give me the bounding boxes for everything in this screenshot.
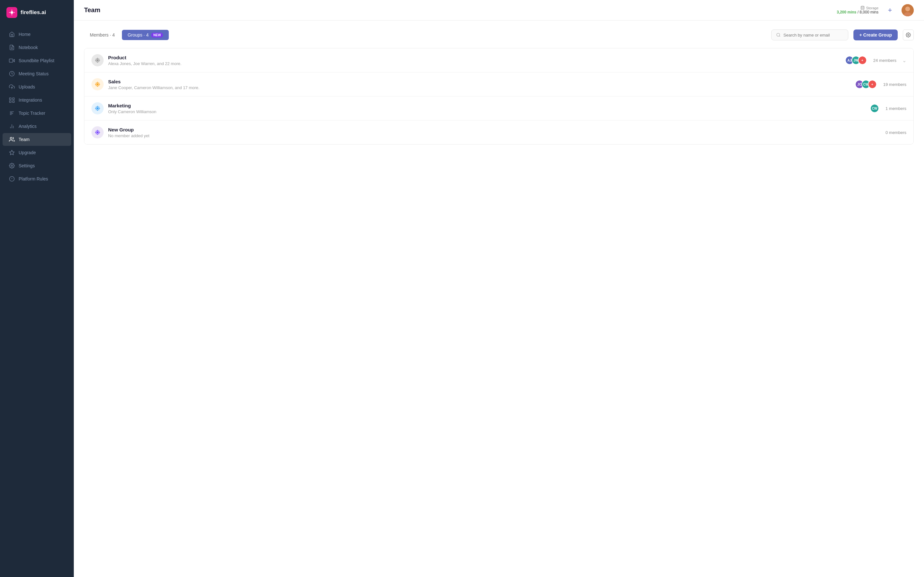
svg-point-59 [97, 130, 98, 131]
group-row-product[interactable]: Product Alexa Jones, Joe Warren, and 22 … [84, 48, 913, 73]
svg-point-50 [97, 106, 98, 107]
sidebar-item-platform-rules[interactable]: Platform Rules [3, 172, 71, 185]
svg-point-43 [95, 84, 96, 85]
svg-point-66 [99, 133, 99, 134]
page-title: Team [84, 6, 837, 14]
new-badge: NEW [151, 33, 163, 37]
group-icon-sales [91, 78, 103, 90]
gear-icon [906, 32, 911, 37]
svg-rect-9 [13, 101, 14, 102]
svg-point-56 [95, 109, 97, 110]
member-count: 19 members [883, 82, 906, 87]
tab-members[interactable]: Members · 4 [84, 30, 121, 40]
sidebar-nav: Home Notebook Soundbite Playlist Meeting… [0, 25, 74, 577]
group-right: AJJW+ 24 members ⌄ [845, 56, 906, 65]
member-avatar: + [868, 80, 877, 89]
member-avatars: CW [870, 104, 879, 113]
svg-rect-8 [13, 98, 14, 99]
group-info: Sales Jane Cooper, Cameron Williamson, a… [108, 79, 855, 90]
avatar-image [901, 4, 914, 16]
sidebar-item-team[interactable]: Team [3, 133, 71, 146]
svg-point-39 [99, 61, 99, 62]
member-avatars: JCCW+ [855, 80, 877, 89]
search-icon [776, 32, 780, 37]
group-icon-new-group [91, 126, 103, 139]
sidebar-item-uploads-label: Uploads [19, 84, 35, 89]
svg-point-63 [95, 131, 97, 131]
sidebar-item-analytics-label: Analytics [19, 124, 37, 129]
member-avatar: + [858, 56, 867, 65]
sidebar-item-upgrade[interactable]: Upgrade [3, 146, 71, 159]
svg-point-53 [99, 108, 100, 109]
sidebar-item-notebook[interactable]: Notebook [3, 41, 71, 54]
svg-marker-19 [10, 150, 15, 155]
search-box[interactable] [771, 29, 848, 40]
svg-point-36 [95, 58, 97, 59]
sidebar-item-soundbite[interactable]: Soundbite Playlist [3, 54, 71, 67]
group-right: 0 members [882, 130, 906, 135]
tab-groups[interactable]: Groups · 4 NEW [122, 30, 169, 40]
svg-point-65 [95, 133, 97, 134]
svg-point-57 [99, 109, 99, 110]
group-icon-marketing [91, 102, 103, 114]
sidebar-item-settings[interactable]: Settings [3, 159, 71, 172]
group-row-marketing[interactable]: Marketing Only Cameron Williamson CW 1 m… [84, 97, 913, 121]
storage-text: Storage [866, 6, 879, 10]
svg-point-62 [99, 132, 100, 133]
member-count: 1 members [885, 106, 906, 111]
sidebar-item-home[interactable]: Home [3, 28, 71, 41]
svg-rect-4 [9, 59, 13, 63]
groups-list: Product Alexa Jones, Joe Warren, and 22 … [84, 48, 914, 145]
svg-line-29 [779, 36, 780, 37]
storage-total: 8,000 mins [859, 10, 879, 15]
svg-point-18 [10, 137, 12, 139]
svg-point-20 [11, 165, 13, 167]
sidebar-item-topic-tracker[interactable]: Topic Tracker [3, 107, 71, 119]
group-members-description: No member added yet [108, 133, 882, 138]
svg-point-48 [99, 85, 99, 86]
svg-point-45 [95, 82, 97, 83]
sidebar: fireflies.ai Home Notebook Soundbite Pla… [0, 0, 74, 577]
group-info: New Group No member added yet [108, 127, 882, 138]
search-input[interactable] [783, 33, 844, 37]
sidebar-item-soundbite-label: Soundbite Playlist [19, 58, 54, 63]
sidebar-item-settings-label: Settings [19, 163, 35, 168]
sidebar-item-meeting-status[interactable]: Meeting Status [3, 67, 71, 80]
svg-point-37 [99, 58, 99, 59]
sidebar-item-integrations[interactable]: Integrations [3, 93, 71, 106]
group-row-new-group[interactable]: New Group No member added yet 0 members [84, 121, 913, 144]
group-name: New Group [108, 127, 882, 132]
group-members-description: Alexa Jones, Joe Warren, and 22 more. [108, 61, 845, 66]
groups-settings-button[interactable] [903, 29, 914, 40]
svg-point-44 [99, 84, 100, 85]
svg-point-46 [99, 82, 99, 83]
sidebar-item-meeting-status-label: Meeting Status [19, 71, 48, 76]
avatar[interactable] [901, 4, 914, 16]
storage-used: 3,200 mins [837, 10, 856, 15]
svg-point-47 [95, 85, 97, 86]
create-group-button[interactable]: + Create Group [853, 29, 898, 40]
group-right: JCCW+ 19 members [855, 80, 906, 89]
svg-point-51 [97, 110, 98, 111]
svg-point-52 [95, 108, 96, 109]
svg-point-42 [97, 85, 98, 87]
logo-text: fireflies.ai [21, 9, 46, 16]
add-button[interactable]: + [885, 5, 895, 15]
group-row-sales[interactable]: Sales Jane Cooper, Cameron Williamson, a… [84, 73, 913, 97]
sidebar-item-uploads[interactable]: Uploads [3, 81, 71, 93]
logo[interactable]: fireflies.ai [0, 0, 74, 25]
header: Team Storage 3,200 mins / 8,000 mins + [74, 0, 924, 21]
chevron-down-icon: ⌄ [902, 57, 906, 63]
svg-point-54 [95, 106, 97, 107]
sidebar-item-topic-tracker-label: Topic Tracker [19, 111, 45, 116]
header-right: Storage 3,200 mins / 8,000 mins + [837, 4, 914, 16]
storage-label: Storage [861, 6, 879, 10]
svg-point-26 [905, 6, 910, 11]
svg-point-64 [99, 131, 99, 131]
svg-point-33 [97, 61, 98, 63]
svg-rect-7 [10, 98, 11, 99]
main-content: Team Storage 3,200 mins / 8,000 mins + [74, 0, 924, 577]
sidebar-item-analytics[interactable]: Analytics [3, 120, 71, 133]
group-name: Marketing [108, 103, 870, 108]
content-area: Members · 4 Groups · 4 NEW + Create Grou… [74, 21, 924, 577]
